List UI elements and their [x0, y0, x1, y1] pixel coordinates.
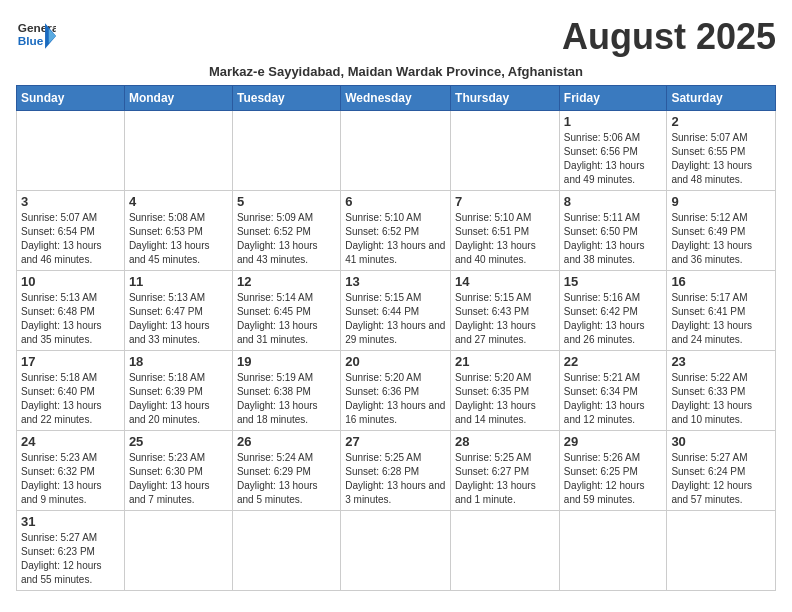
svg-text:Blue: Blue — [18, 34, 44, 48]
calendar-cell: 24Sunrise: 5:23 AM Sunset: 6:32 PM Dayli… — [17, 431, 125, 511]
day-info: Sunrise: 5:20 AM Sunset: 6:36 PM Dayligh… — [345, 371, 446, 427]
day-number: 25 — [129, 434, 228, 449]
day-info: Sunrise: 5:22 AM Sunset: 6:33 PM Dayligh… — [671, 371, 771, 427]
day-info: Sunrise: 5:11 AM Sunset: 6:50 PM Dayligh… — [564, 211, 663, 267]
day-info: Sunrise: 5:15 AM Sunset: 6:44 PM Dayligh… — [345, 291, 446, 347]
calendar-cell: 2Sunrise: 5:07 AM Sunset: 6:55 PM Daylig… — [667, 111, 776, 191]
day-info: Sunrise: 5:15 AM Sunset: 6:43 PM Dayligh… — [455, 291, 555, 347]
calendar-week-3: 10Sunrise: 5:13 AM Sunset: 6:48 PM Dayli… — [17, 271, 776, 351]
calendar-cell — [559, 511, 667, 591]
calendar-cell — [232, 511, 340, 591]
day-number: 11 — [129, 274, 228, 289]
calendar-cell — [341, 111, 451, 191]
day-info: Sunrise: 5:18 AM Sunset: 6:40 PM Dayligh… — [21, 371, 120, 427]
calendar-cell: 27Sunrise: 5:25 AM Sunset: 6:28 PM Dayli… — [341, 431, 451, 511]
calendar-cell: 5Sunrise: 5:09 AM Sunset: 6:52 PM Daylig… — [232, 191, 340, 271]
weekday-header-row: SundayMondayTuesdayWednesdayThursdayFrid… — [17, 86, 776, 111]
day-number: 26 — [237, 434, 336, 449]
day-number: 6 — [345, 194, 446, 209]
calendar-cell: 9Sunrise: 5:12 AM Sunset: 6:49 PM Daylig… — [667, 191, 776, 271]
day-info: Sunrise: 5:13 AM Sunset: 6:47 PM Dayligh… — [129, 291, 228, 347]
day-info: Sunrise: 5:27 AM Sunset: 6:24 PM Dayligh… — [671, 451, 771, 507]
day-number: 18 — [129, 354, 228, 369]
calendar-cell — [451, 111, 560, 191]
day-info: Sunrise: 5:16 AM Sunset: 6:42 PM Dayligh… — [564, 291, 663, 347]
calendar-cell: 1Sunrise: 5:06 AM Sunset: 6:56 PM Daylig… — [559, 111, 667, 191]
calendar-cell: 10Sunrise: 5:13 AM Sunset: 6:48 PM Dayli… — [17, 271, 125, 351]
calendar-cell: 21Sunrise: 5:20 AM Sunset: 6:35 PM Dayli… — [451, 351, 560, 431]
calendar-cell: 18Sunrise: 5:18 AM Sunset: 6:39 PM Dayli… — [124, 351, 232, 431]
day-info: Sunrise: 5:26 AM Sunset: 6:25 PM Dayligh… — [564, 451, 663, 507]
calendar-cell — [451, 511, 560, 591]
calendar-cell: 8Sunrise: 5:11 AM Sunset: 6:50 PM Daylig… — [559, 191, 667, 271]
day-info: Sunrise: 5:13 AM Sunset: 6:48 PM Dayligh… — [21, 291, 120, 347]
day-number: 24 — [21, 434, 120, 449]
weekday-header-sunday: Sunday — [17, 86, 125, 111]
day-number: 9 — [671, 194, 771, 209]
weekday-header-thursday: Thursday — [451, 86, 560, 111]
day-info: Sunrise: 5:24 AM Sunset: 6:29 PM Dayligh… — [237, 451, 336, 507]
day-info: Sunrise: 5:18 AM Sunset: 6:39 PM Dayligh… — [129, 371, 228, 427]
calendar-cell: 3Sunrise: 5:07 AM Sunset: 6:54 PM Daylig… — [17, 191, 125, 271]
day-number: 31 — [21, 514, 120, 529]
day-info: Sunrise: 5:17 AM Sunset: 6:41 PM Dayligh… — [671, 291, 771, 347]
day-info: Sunrise: 5:06 AM Sunset: 6:56 PM Dayligh… — [564, 131, 663, 187]
day-info: Sunrise: 5:19 AM Sunset: 6:38 PM Dayligh… — [237, 371, 336, 427]
calendar-cell: 4Sunrise: 5:08 AM Sunset: 6:53 PM Daylig… — [124, 191, 232, 271]
weekday-header-monday: Monday — [124, 86, 232, 111]
calendar-cell — [341, 511, 451, 591]
calendar-cell: 12Sunrise: 5:14 AM Sunset: 6:45 PM Dayli… — [232, 271, 340, 351]
day-info: Sunrise: 5:07 AM Sunset: 6:55 PM Dayligh… — [671, 131, 771, 187]
calendar-cell — [124, 111, 232, 191]
day-number: 23 — [671, 354, 771, 369]
calendar-cell: 26Sunrise: 5:24 AM Sunset: 6:29 PM Dayli… — [232, 431, 340, 511]
calendar-week-6: 31Sunrise: 5:27 AM Sunset: 6:23 PM Dayli… — [17, 511, 776, 591]
day-number: 21 — [455, 354, 555, 369]
calendar-cell: 29Sunrise: 5:26 AM Sunset: 6:25 PM Dayli… — [559, 431, 667, 511]
day-number: 29 — [564, 434, 663, 449]
day-info: Sunrise: 5:10 AM Sunset: 6:51 PM Dayligh… — [455, 211, 555, 267]
calendar-cell: 16Sunrise: 5:17 AM Sunset: 6:41 PM Dayli… — [667, 271, 776, 351]
day-info: Sunrise: 5:07 AM Sunset: 6:54 PM Dayligh… — [21, 211, 120, 267]
day-number: 15 — [564, 274, 663, 289]
calendar-cell: 13Sunrise: 5:15 AM Sunset: 6:44 PM Dayli… — [341, 271, 451, 351]
day-info: Sunrise: 5:25 AM Sunset: 6:27 PM Dayligh… — [455, 451, 555, 507]
day-info: Sunrise: 5:12 AM Sunset: 6:49 PM Dayligh… — [671, 211, 771, 267]
day-number: 1 — [564, 114, 663, 129]
day-number: 17 — [21, 354, 120, 369]
page-header: General Blue August 2025 — [16, 16, 776, 60]
weekday-header-wednesday: Wednesday — [341, 86, 451, 111]
day-number: 13 — [345, 274, 446, 289]
calendar-table: SundayMondayTuesdayWednesdayThursdayFrid… — [16, 85, 776, 591]
calendar-cell: 20Sunrise: 5:20 AM Sunset: 6:36 PM Dayli… — [341, 351, 451, 431]
day-number: 20 — [345, 354, 446, 369]
weekday-header-saturday: Saturday — [667, 86, 776, 111]
day-info: Sunrise: 5:25 AM Sunset: 6:28 PM Dayligh… — [345, 451, 446, 507]
calendar-cell: 19Sunrise: 5:19 AM Sunset: 6:38 PM Dayli… — [232, 351, 340, 431]
day-number: 10 — [21, 274, 120, 289]
calendar-cell: 23Sunrise: 5:22 AM Sunset: 6:33 PM Dayli… — [667, 351, 776, 431]
day-number: 14 — [455, 274, 555, 289]
day-info: Sunrise: 5:14 AM Sunset: 6:45 PM Dayligh… — [237, 291, 336, 347]
day-info: Sunrise: 5:21 AM Sunset: 6:34 PM Dayligh… — [564, 371, 663, 427]
day-info: Sunrise: 5:23 AM Sunset: 6:30 PM Dayligh… — [129, 451, 228, 507]
calendar-week-1: 1Sunrise: 5:06 AM Sunset: 6:56 PM Daylig… — [17, 111, 776, 191]
calendar-cell — [667, 511, 776, 591]
calendar-cell: 15Sunrise: 5:16 AM Sunset: 6:42 PM Dayli… — [559, 271, 667, 351]
day-info: Sunrise: 5:10 AM Sunset: 6:52 PM Dayligh… — [345, 211, 446, 267]
calendar-cell: 25Sunrise: 5:23 AM Sunset: 6:30 PM Dayli… — [124, 431, 232, 511]
day-number: 2 — [671, 114, 771, 129]
calendar-cell: 22Sunrise: 5:21 AM Sunset: 6:34 PM Dayli… — [559, 351, 667, 431]
day-number: 19 — [237, 354, 336, 369]
day-info: Sunrise: 5:27 AM Sunset: 6:23 PM Dayligh… — [21, 531, 120, 587]
day-number: 16 — [671, 274, 771, 289]
day-info: Sunrise: 5:08 AM Sunset: 6:53 PM Dayligh… — [129, 211, 228, 267]
day-info: Sunrise: 5:09 AM Sunset: 6:52 PM Dayligh… — [237, 211, 336, 267]
calendar-cell: 11Sunrise: 5:13 AM Sunset: 6:47 PM Dayli… — [124, 271, 232, 351]
weekday-header-friday: Friday — [559, 86, 667, 111]
calendar-subtitle: Markaz-e Sayyidabad, Maidan Wardak Provi… — [16, 64, 776, 79]
logo: General Blue — [16, 16, 56, 60]
weekday-header-tuesday: Tuesday — [232, 86, 340, 111]
day-number: 27 — [345, 434, 446, 449]
day-number: 3 — [21, 194, 120, 209]
